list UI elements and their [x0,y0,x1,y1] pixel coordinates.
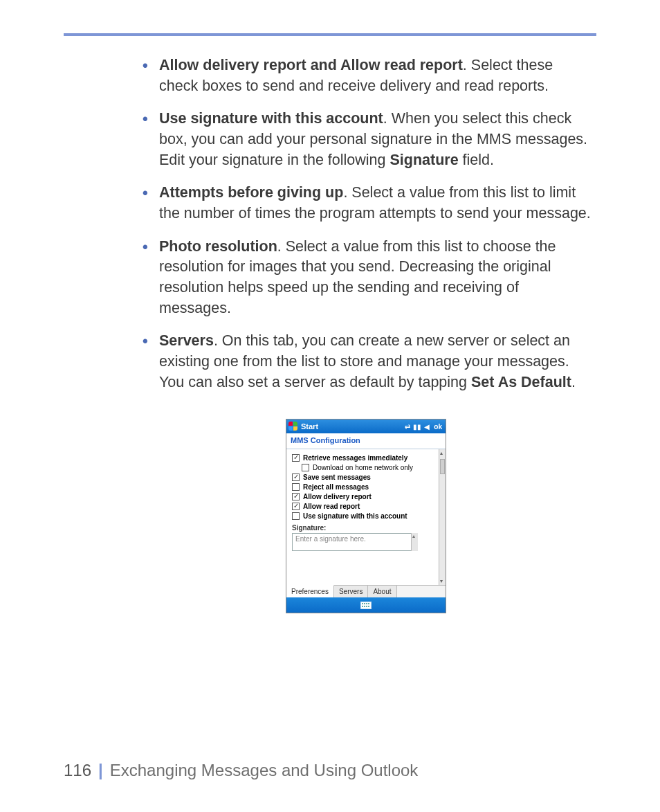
checkbox-row[interactable]: Download on home network only [302,464,437,471]
checkbox-label: Retrieve messages immediately [303,454,407,462]
device-body: Retrieve messages immediatelyDownload on… [286,449,446,585]
device-tabs: PreferencesServersAbout [286,585,446,597]
checkbox-label: Use signature with this account [303,512,407,520]
checkbox[interactable] [292,454,300,462]
checkbox-row[interactable]: Allow read report [292,503,437,510]
signature-label: Signature: [292,524,437,532]
checkbox-label: Allow delivery report [303,493,372,500]
device-screenshot-wrap: Start ⇄ ▮▮ ◀ ok MMS Configuration Retrie… [138,419,594,613]
checkbox-row[interactable]: Reject all messages [292,483,437,491]
checkbox-row[interactable]: Allow delivery report [292,493,437,500]
device-titlebar: Start ⇄ ▮▮ ◀ ok [286,419,446,433]
checkbox-row[interactable]: Save sent messages [292,473,437,481]
checkbox-label: Reject all messages [303,483,369,491]
checkbox[interactable] [292,473,300,481]
tab-servers[interactable]: Servers [334,586,368,597]
signature-scrollbar[interactable] [411,533,418,551]
signal-icon: ▮▮ [413,423,421,431]
checkbox[interactable] [292,503,300,510]
bullet-item: Use signature with this account. When yo… [138,109,594,170]
page-number: 116 [64,761,91,780]
checkbox[interactable] [292,483,300,491]
body-scrollbar[interactable]: ▴ ▾ [439,449,446,585]
checkbox-label: Download on home network only [313,464,413,471]
scroll-down-icon[interactable]: ▾ [440,578,443,584]
tab-preferences[interactable]: Preferences [286,585,334,597]
checkbox[interactable] [292,493,300,500]
scroll-thumb[interactable] [440,459,445,474]
top-rule [64,33,596,36]
bullet-item: Servers. On this tab, you can create a n… [138,331,594,393]
volume-icon: ◀ [424,423,430,431]
main-content: Allow delivery report and Allow read rep… [138,55,594,613]
signature-placeholder: Enter a signature here. [295,535,366,543]
app-title: MMS Configuration [286,433,446,449]
bullet-item: Allow delivery report and Allow read rep… [138,55,594,96]
bullet-item: Attempts before giving up. Select a valu… [138,183,594,224]
footer-divider: | [98,761,103,780]
status-tray[interactable]: ⇄ ▮▮ ◀ ok [405,423,443,431]
keyboard-icon[interactable] [360,602,372,609]
connectivity-icon: ⇄ [405,423,410,431]
footer-title: Exchanging Messages and Using Outlook [110,761,419,780]
checkbox-label: Save sent messages [303,473,371,481]
tab-about[interactable]: About [368,586,396,597]
page-footer: 116 | Exchanging Messages and Using Outl… [64,761,418,780]
checkbox-row[interactable]: Use signature with this account [292,512,437,520]
checkbox[interactable] [292,512,300,520]
device-bottom-bar [286,597,446,613]
device-screenshot: Start ⇄ ▮▮ ◀ ok MMS Configuration Retrie… [286,419,446,613]
windows-flag-icon [288,422,298,431]
checkbox-row[interactable]: Retrieve messages immediately [292,454,437,462]
bullet-item: Photo resolution. Select a value from th… [138,237,594,319]
bullet-list: Allow delivery report and Allow read rep… [138,55,594,393]
start-button[interactable]: Start [301,422,318,431]
scroll-up-icon[interactable]: ▴ [440,450,443,456]
checkbox-label: Allow read report [303,503,360,510]
ok-button[interactable]: ok [432,423,443,431]
checkbox[interactable] [302,464,309,471]
signature-input[interactable]: Enter a signature here. [292,533,418,551]
